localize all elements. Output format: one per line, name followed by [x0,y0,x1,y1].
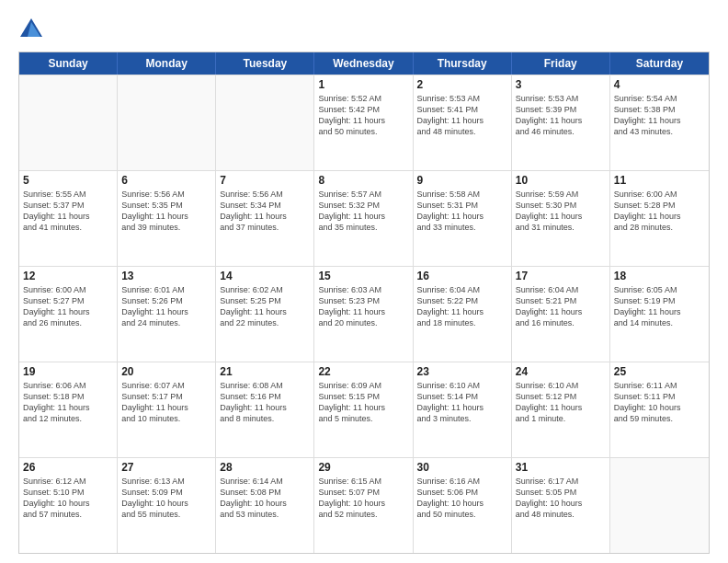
weekday-header-wednesday: Wednesday [314,52,413,75]
cell-info: Sunrise: 5:59 AM Sunset: 5:30 PM Dayligh… [516,189,606,234]
calendar-row-4: 26Sunrise: 6:12 AM Sunset: 5:10 PM Dayli… [19,457,709,553]
cell-day-number: 20 [121,365,211,378]
cell-day-number: 11 [614,174,705,187]
cell-info: Sunrise: 5:54 AM Sunset: 5:38 PM Dayligh… [614,93,705,138]
calendar-cell-27: 27Sunrise: 6:13 AM Sunset: 5:09 PM Dayli… [118,458,216,553]
weekday-header-tuesday: Tuesday [216,52,314,75]
calendar-cell-16: 16Sunrise: 6:04 AM Sunset: 5:22 PM Dayli… [414,267,512,362]
cell-info: Sunrise: 5:52 AM Sunset: 5:42 PM Dayligh… [318,93,408,138]
weekday-header-friday: Friday [512,52,610,75]
calendar-cell-empty-0-0 [19,75,118,170]
calendar-cell-3: 3Sunrise: 5:53 AM Sunset: 5:39 PM Daylig… [512,75,610,170]
calendar-cell-7: 7Sunrise: 5:56 AM Sunset: 5:34 PM Daylig… [216,171,314,266]
cell-info: Sunrise: 6:10 AM Sunset: 5:14 PM Dayligh… [417,380,507,425]
cell-day-number: 9 [417,174,507,187]
cell-info: Sunrise: 6:04 AM Sunset: 5:21 PM Dayligh… [516,284,606,329]
cell-day-number: 16 [417,270,507,282]
cell-day-number: 8 [318,174,408,187]
cell-day-number: 25 [614,365,705,378]
cell-day-number: 6 [121,174,211,187]
cell-info: Sunrise: 6:10 AM Sunset: 5:12 PM Dayligh… [516,380,606,425]
cell-day-number: 7 [220,174,310,187]
cell-info: Sunrise: 6:11 AM Sunset: 5:11 PM Dayligh… [614,380,705,425]
cell-day-number: 5 [23,174,113,187]
cell-day-number: 24 [516,365,606,378]
cell-info: Sunrise: 6:08 AM Sunset: 5:16 PM Dayligh… [220,380,310,425]
logo [18,17,46,42]
calendar-cell-19: 19Sunrise: 6:06 AM Sunset: 5:18 PM Dayli… [19,362,118,457]
cell-info: Sunrise: 6:14 AM Sunset: 5:08 PM Dayligh… [220,476,310,521]
calendar-cell-empty-4-6 [610,458,709,553]
calendar-cell-24: 24Sunrise: 6:10 AM Sunset: 5:12 PM Dayli… [512,362,610,457]
calendar-row-3: 19Sunrise: 6:06 AM Sunset: 5:18 PM Dayli… [19,362,709,457]
calendar-cell-13: 13Sunrise: 6:01 AM Sunset: 5:26 PM Dayli… [118,267,216,362]
calendar-cell-6: 6Sunrise: 5:56 AM Sunset: 5:35 PM Daylig… [118,171,216,266]
calendar-cell-1: 1Sunrise: 5:52 AM Sunset: 5:42 PM Daylig… [314,75,413,170]
cell-day-number: 4 [614,78,705,91]
calendar-cell-28: 28Sunrise: 6:14 AM Sunset: 5:08 PM Dayli… [216,458,314,553]
cell-info: Sunrise: 6:04 AM Sunset: 5:22 PM Dayligh… [417,284,507,329]
calendar-header: SundayMondayTuesdayWednesdayThursdayFrid… [19,52,709,75]
calendar-cell-4: 4Sunrise: 5:54 AM Sunset: 5:38 PM Daylig… [610,75,709,170]
cell-day-number: 15 [318,270,408,282]
cell-day-number: 18 [614,270,705,282]
weekday-header-sunday: Sunday [19,52,118,75]
cell-day-number: 10 [516,174,606,187]
cell-info: Sunrise: 6:16 AM Sunset: 5:06 PM Dayligh… [417,476,507,521]
calendar: SundayMondayTuesdayWednesdayThursdayFrid… [18,52,710,554]
cell-info: Sunrise: 5:55 AM Sunset: 5:37 PM Dayligh… [23,189,113,234]
calendar-cell-5: 5Sunrise: 5:55 AM Sunset: 5:37 PM Daylig… [19,171,118,266]
calendar-cell-20: 20Sunrise: 6:07 AM Sunset: 5:17 PM Dayli… [118,362,216,457]
cell-day-number: 27 [121,461,211,474]
cell-day-number: 3 [516,78,606,91]
calendar-cell-12: 12Sunrise: 6:00 AM Sunset: 5:27 PM Dayli… [19,267,118,362]
cell-info: Sunrise: 6:03 AM Sunset: 5:23 PM Dayligh… [318,284,408,329]
weekday-header-monday: Monday [118,52,216,75]
cell-day-number: 19 [23,365,113,378]
cell-day-number: 17 [516,270,606,282]
cell-day-number: 22 [318,365,408,378]
weekday-header-thursday: Thursday [414,52,512,75]
cell-day-number: 29 [318,461,408,474]
cell-info: Sunrise: 6:07 AM Sunset: 5:17 PM Dayligh… [121,380,211,425]
calendar-cell-8: 8Sunrise: 5:57 AM Sunset: 5:32 PM Daylig… [314,171,413,266]
cell-day-number: 28 [220,461,310,474]
cell-info: Sunrise: 6:06 AM Sunset: 5:18 PM Dayligh… [23,380,113,425]
calendar-cell-31: 31Sunrise: 6:17 AM Sunset: 5:05 PM Dayli… [512,458,610,553]
calendar-cell-10: 10Sunrise: 5:59 AM Sunset: 5:30 PM Dayli… [512,171,610,266]
calendar-cell-empty-0-1 [118,75,216,170]
calendar-cell-26: 26Sunrise: 6:12 AM Sunset: 5:10 PM Dayli… [19,458,118,553]
calendar-cell-25: 25Sunrise: 6:11 AM Sunset: 5:11 PM Dayli… [610,362,709,457]
calendar-cell-9: 9Sunrise: 5:58 AM Sunset: 5:31 PM Daylig… [414,171,512,266]
calendar-cell-21: 21Sunrise: 6:08 AM Sunset: 5:16 PM Dayli… [216,362,314,457]
cell-day-number: 31 [516,461,606,474]
cell-info: Sunrise: 6:01 AM Sunset: 5:26 PM Dayligh… [121,284,211,329]
cell-info: Sunrise: 5:58 AM Sunset: 5:31 PM Dayligh… [417,189,507,234]
cell-info: Sunrise: 6:13 AM Sunset: 5:09 PM Dayligh… [121,476,211,521]
cell-info: Sunrise: 6:05 AM Sunset: 5:19 PM Dayligh… [614,284,705,329]
cell-info: Sunrise: 5:53 AM Sunset: 5:41 PM Dayligh… [417,93,507,138]
cell-info: Sunrise: 6:00 AM Sunset: 5:27 PM Dayligh… [23,284,113,329]
calendar-cell-15: 15Sunrise: 6:03 AM Sunset: 5:23 PM Dayli… [314,267,413,362]
cell-day-number: 26 [23,461,113,474]
cell-day-number: 30 [417,461,507,474]
calendar-cell-11: 11Sunrise: 6:00 AM Sunset: 5:28 PM Dayli… [610,171,709,266]
cell-day-number: 1 [318,78,408,91]
page: SundayMondayTuesdayWednesdayThursdayFrid… [0,0,728,563]
calendar-cell-17: 17Sunrise: 6:04 AM Sunset: 5:21 PM Dayli… [512,267,610,362]
calendar-cell-empty-0-2 [216,75,314,170]
calendar-cell-29: 29Sunrise: 6:15 AM Sunset: 5:07 PM Dayli… [314,458,413,553]
calendar-row-2: 12Sunrise: 6:00 AM Sunset: 5:27 PM Dayli… [19,266,709,362]
logo-icon [18,17,44,42]
cell-day-number: 14 [220,270,310,282]
calendar-cell-18: 18Sunrise: 6:05 AM Sunset: 5:19 PM Dayli… [610,267,709,362]
calendar-cell-14: 14Sunrise: 6:02 AM Sunset: 5:25 PM Dayli… [216,267,314,362]
cell-info: Sunrise: 5:57 AM Sunset: 5:32 PM Dayligh… [318,189,408,234]
cell-day-number: 12 [23,270,113,282]
weekday-header-saturday: Saturday [610,52,709,75]
cell-day-number: 23 [417,365,507,378]
cell-info: Sunrise: 6:15 AM Sunset: 5:07 PM Dayligh… [318,476,408,521]
calendar-row-1: 5Sunrise: 5:55 AM Sunset: 5:37 PM Daylig… [19,170,709,266]
calendar-body: 1Sunrise: 5:52 AM Sunset: 5:42 PM Daylig… [19,75,709,553]
cell-day-number: 13 [121,270,211,282]
